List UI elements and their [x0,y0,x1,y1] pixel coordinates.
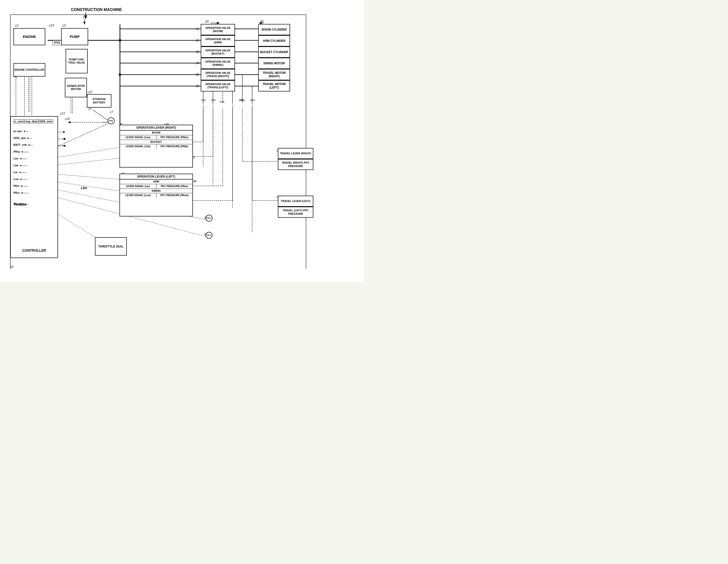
svg-text:23a: 23a [220,100,224,103]
prcl-circle: PRcl [206,215,212,222]
signal-labels-top: n_com eng_data GEN_com [13,119,53,123]
pto-label: PTO [53,40,61,45]
arm-cylinder-label: ARM CYLINDER [263,39,285,43]
bucket-signals: LEVER SIGNAL (Lbk) PPC PRESSURE (PRbk) [120,144,192,149]
bucket-section-header: BUCKET [120,140,192,144]
prcl-label: PRcl ◄------ [13,185,28,187]
pump-label: PUMP [70,35,80,39]
pc-epc-label: pc-epc ◄--- [13,130,28,133]
ppc-pressure-prar: PPC PRESSURE (PRar) [156,184,193,189]
generator-motor-label: GENER-ATOR MOTOR [65,84,86,91]
throttle-signal-text: Throttle [13,203,26,207]
svg-text:21~: 21~ [196,27,201,31]
bucket-cylinder-label: BUCKET CYLINDER [260,50,288,54]
swing-section-header: SWING [120,189,192,193]
op-lever-left-outer: OPERATION LEVER (LEFT) ARM LEVER SIGNAL … [119,174,193,217]
eng-data-label: eng_data [24,119,38,123]
svg-text:20: 20 [205,20,209,23]
travel-motor-right-label: TRAVEL MOTOR (RIGHT) [259,71,290,78]
boom-cylinder-box: BOOM CYLINDER [258,24,290,35]
travel-lever-left-box: TRAVEL LEVER (LEFT) [278,196,313,207]
generator-motor-box: GENER-ATOR MOTOR [65,78,87,97]
svg-text:ς6: ς6 [10,265,13,269]
swing-motor-label: SWING MOTOR [263,62,285,65]
op-valve-swing: OPERATION VALVE (SWING) [201,58,235,69]
svg-text:26a: 26a [250,99,255,102]
op-valve-arm: OPERATION VALVE (ARM) [201,35,235,46]
travel-lever-left-label: TRAVEL LEVER (LEFT) [281,200,310,203]
engine-label: ENGINE [23,35,36,39]
boom-section-header: BOOM [120,131,192,135]
prcr-circle-label: PRcr [207,234,211,237]
boom-cylinder-label: BOOM CYLINDER [262,28,287,31]
gen-spd-label: GEN_spd ◄--- [13,137,32,139]
svg-text:ς13: ς13 [60,112,65,115]
svg-text:ς12: ς12 [88,90,93,94]
svg-text:21a: 21a [201,99,206,102]
svg-text:ς2: ς2 [15,23,19,27]
lever-signal-lar: LEVER SIGNAL (Lar) [120,184,156,189]
pump-control-valve-label: PUMP CON-TROL VALVE [66,58,87,64]
lever-signal-lbk: LEVER SIGNAL (Lbk) [120,144,156,149]
svg-text:25~: 25~ [196,73,201,76]
op-valve-travel-left: OPERATION VALVE (TRAVEL(LEFT)) [201,80,235,92]
svg-text:ς10: ς10 [49,23,54,27]
engine-box: ENGINE [13,28,45,45]
svg-text:ς7: ς7 [110,110,114,114]
op-valve-travel-right: OPERATION VALVE (TRAVEL(RIGHT)) [201,69,235,80]
throttle-dial-label: THROTTLE DIAL [98,245,123,249]
svg-text:ς14: ς14 [65,117,70,121]
swing-motor-box: SWING MOTOR [258,58,290,69]
svg-point-15 [119,73,121,76]
storage-battery-label: STORAGE BATTERY [87,98,111,104]
lsw-label: Lsw ◄------ [13,178,27,181]
prp-label: PRp [109,120,113,122]
n-com-label: n_com [13,119,24,123]
svg-text:ς3: ς3 [62,23,66,27]
svg-text:22a: 22a [211,99,215,102]
pump-control-valve-box: PUMP CON-TROL VALVE [66,49,88,73]
batt-volt-label: BATT_volt ◄--- [13,143,33,146]
lbo-controller-label: Lbo ◄------ [13,157,27,160]
travel-left-ppc-label: TRAVEL (LEFT) PPC PRESSURE [278,209,313,215]
travel-motor-right-box: TRAVEL MOTOR (RIGHT) [258,69,290,80]
svg-text:26~: 26~ [196,84,201,88]
arm-signals: LEVER SIGNAL (Lar) PPC PRESSURE (PRar) [120,184,192,189]
ppc-pressure-prbk: PPC PRESSURE (PRbk) [156,144,193,149]
controller-label: CONTROLLER [22,249,46,253]
prrp-label: PRrp ◄------ [13,150,29,153]
arm-cylinder-box: ARM CYLINDER [258,35,290,46]
svg-text:23~: 23~ [196,50,201,54]
diagram: CONSTRUCTION MACHINE [0,0,364,282]
svg-text:1: 1 [83,15,84,19]
travel-lever-right-box: TRAVEL LEVER (RIGHT) [278,148,313,159]
swing-signals: LEVER SIGNAL (Lsw) PPC PRESSURE (PRsw) [120,193,192,198]
op-lever-left-header: OPERATION LEVER (LEFT) [120,174,192,180]
travel-lever-right-label: TRAVEL LEVER (RIGHT) [280,152,311,155]
op-lever-right-outer: OPERATION LEVER (RIGHT) BOOM LEVER SIGNA… [119,125,193,168]
svg-point-14 [119,39,121,42]
lever-signal-lbo: LEVER SIGNAL (Lbo) [120,135,156,140]
travel-left-ppc-box: TRAVEL (LEFT) PPC PRESSURE [278,207,313,218]
travel-right-ppc-label: TRAVEL (RIGHT) PPC PRESSURE [278,161,313,168]
svg-text:CONSTRUCTION MACHINE: CONSTRUCTION MACHINE [71,8,122,12]
engine-controller-label: ENGINE CONTROLLER [14,68,44,71]
op-valve-boom: OPERATION VALVE (BOOM) [201,24,235,35]
lbo-signal-label: Lbo [81,186,87,190]
travel-motor-left-label: TRAVEL MOTOR (LEFT) [259,82,290,90]
pump-box: PUMP [61,28,88,45]
svg-text:22~: 22~ [196,39,201,42]
ppc-pressure-prbo: PPC PRESSURE (PRbo) [156,135,193,140]
boom-signals: LEVER SIGNAL (Lbo) PPC PRESSURE (PRbo) [120,135,192,140]
engine-controller-box: ENGINE CONTROLLER [13,63,45,77]
prp-circle: PRp [108,117,115,124]
prcr-circle: PRcr [206,232,212,239]
arm-section-header: ARM [120,180,192,184]
travel-motor-left-box: TRAVEL MOTOR (LEFT) [258,80,290,92]
ppc-pressure-prsw: PPC PRESSURE (PRsw) [156,193,193,198]
travel-right-ppc-box: TRAVEL (RIGHT) PPC PRESSURE [278,159,313,170]
storage-battery-box: STORAGE BATTERY [87,94,111,108]
gen-com-label: GEN_com [38,119,53,123]
bucket-cylinder-box: BUCKET CYLINDER [258,46,290,58]
svg-text:25a: 25a [240,99,245,102]
